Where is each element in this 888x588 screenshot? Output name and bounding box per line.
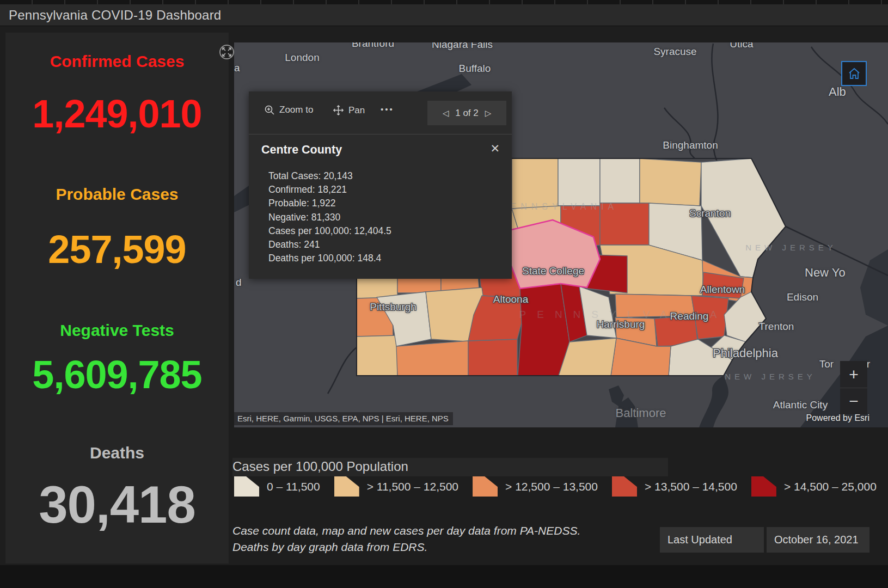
legend-label: > 12,500 – 13,500 xyxy=(505,480,598,493)
city-label: Alb xyxy=(829,85,846,99)
stat-value: 30,418 xyxy=(5,479,229,531)
city-label: Utica xyxy=(730,42,753,50)
home-button[interactable] xyxy=(841,61,867,86)
city-label: a xyxy=(234,62,240,74)
city-label: Baltimore xyxy=(616,406,666,420)
popup-stat-line: Probable: 1,922 xyxy=(268,197,391,210)
close-icon[interactable]: ✕ xyxy=(490,142,500,155)
legend-swatch xyxy=(473,476,498,497)
zoom-out-button[interactable]: − xyxy=(840,388,867,414)
note-line-1: Case count data, map and new cases per d… xyxy=(232,523,580,539)
legend-label: 0 – 11,500 xyxy=(267,480,320,493)
stat-label: Confirmed Cases xyxy=(5,52,229,71)
city-label: Buffalo xyxy=(459,63,491,75)
stat-deaths: Deaths 30,418 xyxy=(5,444,229,531)
page-title: Pennsylvania COVID-19 Dashboard xyxy=(9,8,221,23)
city-label: New Yo xyxy=(805,266,846,280)
stat-label: Probable Cases xyxy=(5,185,229,204)
popup-stat-line: Negative: 81,330 xyxy=(268,211,391,224)
state-label: NEW JERSEY xyxy=(725,372,816,381)
stat-label: Deaths xyxy=(5,444,229,462)
legend-swatch xyxy=(334,476,359,497)
legend-label: > 11,500 – 12,500 xyxy=(367,480,458,493)
popup-stat-line: Deaths: 241 xyxy=(268,238,391,252)
popup-stat-line: Deaths per 100,000: 148.4 xyxy=(268,252,391,265)
city-label: Syracuse xyxy=(653,46,696,58)
popup-stat-line: Cases per 100,000: 12,404.5 xyxy=(268,224,391,238)
legend: 0 – 11,500> 11,500 – 12,500> 12,500 – 13… xyxy=(234,476,877,497)
bottom-strip xyxy=(0,565,888,588)
city-label: Reading xyxy=(670,310,709,322)
top-tick-strip xyxy=(0,0,888,4)
city-label: State College xyxy=(522,265,584,277)
map-panel[interactable]: PENNSYLVANIAPENNSYLVANIANEW JERSEYNEW JE… xyxy=(234,42,888,427)
city-label: Edison xyxy=(787,291,818,303)
pager-prev-icon[interactable]: ◁ xyxy=(443,108,449,118)
pan-button[interactable]: Pan xyxy=(333,105,365,116)
pager-next-icon[interactable]: ▷ xyxy=(485,108,492,118)
stat-confirmed-cases: Confirmed Cases 1,249,010 xyxy=(5,52,229,133)
legend-item: > 12,500 – 13,500 xyxy=(473,476,598,497)
pan-icon xyxy=(333,105,344,116)
legend-label: > 13,500 – 14,500 xyxy=(645,480,737,493)
last-updated: Last Updated October 16, 2021 xyxy=(660,527,869,553)
more-options-icon[interactable]: ••• xyxy=(381,105,394,114)
popup-stat-line: Total Cases: 20,143 xyxy=(268,169,391,183)
stat-value: 257,599 xyxy=(5,230,229,269)
popup-toolbar: Zoom to Pan ••• ◁ 1 of 2 ▷ xyxy=(249,91,512,134)
city-label: Atlantic City xyxy=(773,399,828,411)
map-popup: Zoom to Pan ••• ◁ 1 of 2 ▷ Centre County… xyxy=(249,91,512,279)
last-updated-label: Last Updated xyxy=(660,527,764,553)
state-label: NEW JERSEY xyxy=(745,243,837,252)
title-bar: Pennsylvania COVID-19 Dashboard xyxy=(0,4,888,26)
zoom-to-label: Zoom to xyxy=(279,105,313,115)
city-label: Brantford xyxy=(352,42,394,50)
expand-icon[interactable] xyxy=(219,45,234,59)
legend-swatch xyxy=(234,476,259,497)
powered-by-esri: Powered by Esri xyxy=(806,413,870,423)
city-label: Niagara Falls xyxy=(432,42,493,51)
city-label: Philadelphia xyxy=(713,346,778,360)
city-label: Scranton xyxy=(689,207,731,219)
city-label: Harrisburg xyxy=(597,318,645,330)
last-updated-value: October 16, 2021 xyxy=(767,527,869,553)
city-label: d xyxy=(236,277,242,289)
legend-swatch xyxy=(612,476,637,497)
city-label: Binghamton xyxy=(663,139,718,151)
stat-label: Negative Tests xyxy=(5,321,229,340)
zoom-controls: + − xyxy=(840,361,867,414)
legend-item: > 13,500 – 14,500 xyxy=(612,476,737,497)
dashboard: Pennsylvania COVID-19 Dashboard Confirme… xyxy=(0,0,888,588)
city-label: Pittsburgh xyxy=(370,301,417,313)
popup-pager: ◁ 1 of 2 ▷ xyxy=(427,101,506,125)
legend-item: > 11,500 – 12,500 xyxy=(334,476,458,497)
map-attribution: Esri, HERE, Garmin, USGS, EPA, NPS | Esr… xyxy=(234,412,453,425)
home-icon xyxy=(848,67,861,80)
popup-title: Centre County xyxy=(261,143,342,157)
state-label: PENNSYLVANIA xyxy=(500,202,618,212)
stat-negative-tests: Negative Tests 5,609,785 xyxy=(5,321,229,394)
zoom-to-button[interactable]: Zoom to xyxy=(264,105,313,115)
legend-swatch xyxy=(751,476,776,497)
legend-label: > 14,500 – 25,000 xyxy=(784,480,877,493)
popup-stat-line: Confirmed: 18,221 xyxy=(268,183,391,197)
stats-sidebar: Confirmed Cases 1,249,010 Probable Cases… xyxy=(5,33,229,564)
note-line-2: Deaths by day graph data from EDRS. xyxy=(232,539,580,555)
city-label: Tor xyxy=(819,358,834,370)
zoom-in-button[interactable]: + xyxy=(840,361,867,388)
legend-item: 0 – 11,500 xyxy=(234,476,320,497)
legend-title: Cases per 100,000 Population xyxy=(232,459,408,474)
legend-item: > 14,500 – 25,000 xyxy=(751,476,877,497)
city-label: London xyxy=(285,52,319,64)
pager-text: 1 of 2 xyxy=(455,108,479,119)
city-label: Altoona xyxy=(493,293,528,305)
magnifier-plus-icon xyxy=(264,105,275,115)
stat-value: 1,249,010 xyxy=(5,94,229,133)
data-source-note: Case count data, map and new cases per d… xyxy=(232,523,580,555)
stat-value: 5,609,785 xyxy=(5,355,229,394)
popup-body: Total Cases: 20,143Confirmed: 18,221Prob… xyxy=(268,169,391,265)
stat-probable-cases: Probable Cases 257,599 xyxy=(5,185,229,269)
pan-label: Pan xyxy=(348,105,365,116)
city-label: Trenton xyxy=(759,321,794,333)
city-label: Allentown xyxy=(700,284,745,296)
